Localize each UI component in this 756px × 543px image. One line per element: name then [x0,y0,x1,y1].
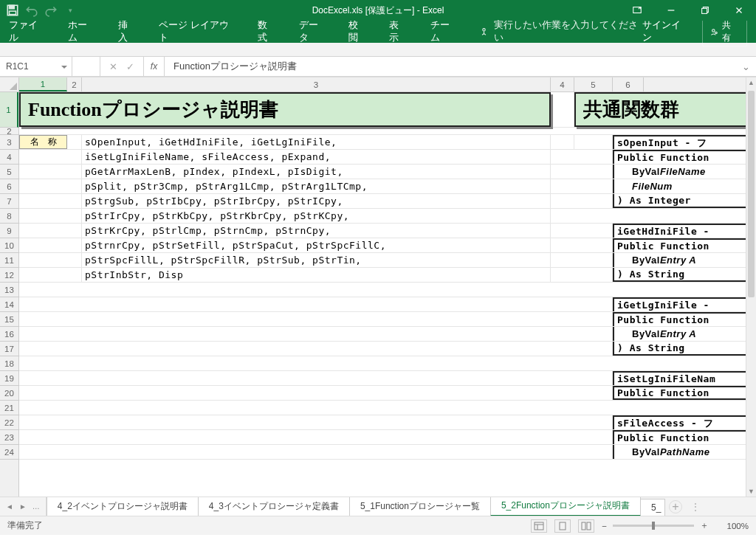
sheet-tab[interactable]: 5_ … [640,499,665,516]
cell[interactable] [551,224,613,238]
tab-view[interactable]: 表示 [389,19,408,44]
side-line[interactable]: Public Function [613,238,756,252]
scroll-up-icon[interactable]: ▲ [746,77,756,88]
row-header[interactable]: 19 [0,371,18,386]
sheet-tab[interactable]: 4_2イベントプロシージャ説明書 [47,497,199,516]
tab-home[interactable]: ホーム [68,19,96,44]
name-box-dropdown[interactable] [72,57,100,76]
scroll-down-icon[interactable]: ▼ [746,486,756,497]
cell[interactable] [19,209,82,223]
zoom-out-button[interactable]: − [602,522,607,530]
cell[interactable] [551,209,756,223]
col-header-3[interactable]: 3 [82,77,551,91]
window-close[interactable] [722,0,756,21]
zoom-in-button[interactable]: ＋ [700,520,709,531]
cell[interactable] [19,371,613,385]
cell[interactable] [551,194,613,208]
row-header[interactable]: 14 [0,297,18,312]
row-header[interactable]: 10 [0,238,18,253]
cell[interactable] [551,92,574,127]
side-line[interactable]: Public Function [613,312,756,326]
formula-expand-icon[interactable]: ⌄ [742,61,750,72]
col-header-2[interactable]: 2 [67,77,82,91]
formula-bar[interactable]: Functionプロシージャ説明書 ⌄ [165,57,756,76]
cell[interactable] [19,297,613,311]
side-line[interactable]: ) As String [613,342,756,356]
cell[interactable] [67,135,82,149]
new-sheet-button[interactable]: + [669,500,682,513]
fx-icon[interactable]: fx [144,57,165,76]
cell[interactable]: pStrSpcFillL, pStrSpcFillR, pStrSub, pSt… [82,253,551,267]
row-header[interactable]: 8 [0,209,18,224]
side-head[interactable]: iSetLgIniFileNam [613,371,756,385]
cell[interactable] [19,150,82,164]
cell[interactable]: pStrnrCpy, pStrSetFill, pStrSpaCut, pStr… [82,238,551,252]
cell[interactable] [19,253,82,267]
row-header[interactable]: 20 [0,386,18,401]
row-header[interactable]: 22 [0,415,18,430]
sheet-title-right[interactable]: 共通関数群 [574,92,756,127]
side-head[interactable]: sOpenInput - フ [613,135,756,149]
cell[interactable] [19,179,82,193]
name-label[interactable]: 名 称 [19,135,67,149]
side-line[interactable]: ByVal Entry A [613,327,756,341]
name-box[interactable]: R1C1 [0,57,72,76]
cell[interactable] [19,415,613,429]
cell[interactable]: pStrIrCpy, pStrKbCpy, pStrKbrCpy, pStrKC… [82,209,551,223]
cell[interactable] [19,283,756,297]
tab-file[interactable]: ファイル [9,19,46,44]
scrollbar-thumb[interactable] [748,91,755,297]
row-header[interactable]: 13 [0,283,18,297]
share-button[interactable]: 共有 [702,17,747,46]
row-header-2[interactable]: 2 [0,128,18,135]
cell[interactable] [19,224,82,238]
view-normal-icon[interactable] [531,519,547,533]
cell[interactable] [551,268,613,282]
cell[interactable] [551,150,613,164]
undo-icon[interactable] [25,4,38,17]
cancel-icon[interactable]: ✕ [109,61,117,72]
view-page-layout-icon[interactable] [554,519,571,533]
row-header[interactable]: 9 [0,224,18,238]
window-restore[interactable] [688,0,722,21]
row-header[interactable]: 3 [0,135,18,150]
tab-review[interactable]: 校閲 [348,19,367,44]
cell[interactable] [19,128,756,134]
row-header[interactable]: 18 [0,356,18,371]
cell[interactable] [19,401,756,415]
cell[interactable] [19,165,82,179]
col-header-1[interactable]: 1 [19,77,67,91]
row-header[interactable]: 4 [0,150,18,165]
sheet-tabs-more-icon[interactable]: ⋮ [687,502,704,512]
cell[interactable] [19,268,82,282]
cell[interactable] [19,194,82,208]
cell[interactable]: sOpenInput, iGetHdIniFile, iGetLgIniFile… [82,135,551,149]
zoom-percent[interactable]: 100% [715,522,749,530]
tab-pagelayout[interactable]: ページ レイアウト [159,19,236,44]
tab-team[interactable]: チーム [430,19,458,44]
cell[interactable] [19,312,613,326]
tab-insert[interactable]: 挿入 [118,19,137,44]
row-header[interactable]: 11 [0,253,18,268]
zoom-slider-thumb[interactable] [652,522,655,530]
side-head[interactable]: iGetHdIniFile - [613,224,756,238]
zoom-slider[interactable] [613,525,694,527]
cell[interactable] [551,238,613,252]
side-line[interactable]: Public Function [613,150,756,164]
row-header[interactable]: 21 [0,401,18,415]
cell[interactable]: pSplit, pStr3Cmp, pStrArg1LCmp, pStrArg1… [82,179,551,193]
cell[interactable]: pStrKrCpy, pStrlCmp, pStrnCmp, pStrnCpy, [82,224,551,238]
row-header[interactable]: 5 [0,165,18,179]
cell[interactable] [574,135,613,149]
redo-icon[interactable] [44,4,58,17]
enter-icon[interactable]: ✓ [126,61,134,72]
tab-data[interactable]: データ [299,19,327,44]
row-header[interactable]: 12 [0,268,18,283]
sheet-tab[interactable]: 5_1Functionプロシージャー覧 [349,497,491,516]
sheet-nav-first-icon[interactable]: ◄ [6,502,13,511]
cell[interactable] [19,386,613,400]
sheet-nav-ellipsis[interactable]: … [32,502,40,511]
cells[interactable]: Functionプロシージャ説明書 共通関数群 名 称 sOpenInput, … [19,92,746,497]
side-head[interactable]: sFileAccess - フ [613,415,756,429]
select-all-corner[interactable] [0,77,19,92]
